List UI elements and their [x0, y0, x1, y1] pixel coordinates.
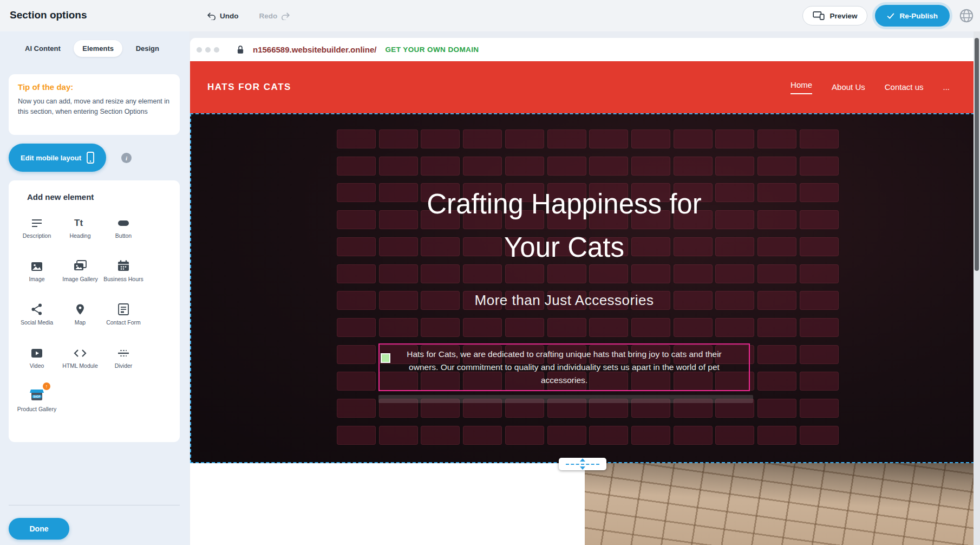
- preview-button[interactable]: Preview: [802, 6, 867, 25]
- description-icon: [30, 214, 43, 229]
- site-logo[interactable]: HATS FOR CATS: [207, 82, 291, 93]
- page-title: Section options: [10, 9, 87, 21]
- globe-icon: [958, 8, 975, 24]
- image-gallery-icon: [73, 257, 87, 272]
- image-icon: [30, 257, 43, 272]
- hero-heading[interactable]: Crafting Happiness for Your Cats: [337, 183, 792, 269]
- element-social-media[interactable]: Social Media: [15, 301, 58, 337]
- element-image-gallery[interactable]: Image Gallery: [58, 257, 102, 294]
- arrow-up-icon: [580, 458, 585, 462]
- element-label: Video: [30, 362, 44, 370]
- element-image[interactable]: Image: [15, 257, 58, 294]
- phone-icon: [87, 152, 94, 164]
- element-html-module[interactable]: HTML Module: [58, 344, 102, 380]
- info-icon[interactable]: i: [121, 153, 132, 163]
- hero-heading-line2: Your Cats: [337, 226, 792, 269]
- svg-text:Tt: Tt: [74, 218, 83, 228]
- element-product-gallery[interactable]: SHOP ↑ Product Gallery: [15, 387, 58, 424]
- window-dot: [197, 47, 202, 53]
- devices-icon: [813, 11, 825, 20]
- nav-more[interactable]: ...: [943, 82, 950, 93]
- topbar-actions: Preview Re-Publish: [802, 0, 976, 31]
- window-dot: [205, 47, 211, 53]
- undo-redo-group: Undo Redo: [207, 0, 290, 31]
- window-dot: [214, 47, 219, 53]
- svg-text:SHOP: SHOP: [33, 395, 40, 398]
- element-label: HTML Module: [62, 362, 98, 370]
- heading-icon: Tt: [73, 214, 87, 229]
- dashed-line: [566, 464, 599, 465]
- redo-button[interactable]: Redo: [259, 12, 291, 20]
- nav-contact-us[interactable]: Contact us: [885, 82, 924, 93]
- element-map[interactable]: Map: [58, 301, 102, 337]
- nav-home[interactable]: Home: [790, 80, 812, 94]
- tip-title: Tip of the day:: [18, 82, 171, 92]
- section-resize-handle[interactable]: [559, 458, 606, 470]
- element-label: Contact Form: [106, 319, 141, 327]
- preview-label: Preview: [829, 12, 857, 20]
- social-media-icon: [30, 301, 43, 316]
- divider-icon: [117, 344, 130, 359]
- app: Section options Undo Redo Preview: [0, 0, 980, 545]
- language-globe-button[interactable]: [957, 7, 976, 25]
- tip-card: Tip of the day: Now you can add, move an…: [9, 74, 180, 135]
- element-contact-form[interactable]: Contact Form: [102, 301, 145, 337]
- contact-form-icon: [117, 301, 129, 316]
- redo-label: Redo: [259, 12, 278, 20]
- element-divider[interactable]: Divider: [102, 344, 145, 380]
- business-hours-icon: [117, 257, 130, 272]
- browser-bar: n1566589.websitebuilder.online/ GET YOUR…: [190, 38, 980, 61]
- undo-label: Undo: [220, 12, 239, 20]
- undo-icon: [207, 12, 216, 20]
- republish-label: Re-Publish: [899, 12, 938, 20]
- scrollbar-thumb[interactable]: [975, 38, 979, 271]
- topbar: Section options Undo Redo Preview: [0, 0, 980, 31]
- tab-ai-content[interactable]: AI Content: [16, 40, 69, 57]
- edit-mobile-layout-button[interactable]: Edit mobile layout: [9, 144, 106, 172]
- undo-button[interactable]: Undo: [207, 12, 239, 20]
- scrollbar: [974, 31, 980, 545]
- mobile-layout-row: Edit mobile layout i: [9, 144, 180, 172]
- site-nav: Home About Us Contact us ...: [790, 61, 950, 113]
- tab-design[interactable]: Design: [127, 40, 168, 57]
- element-label: Product Gallery: [17, 406, 56, 413]
- arrow-down-icon: [580, 466, 585, 470]
- button-icon: [117, 214, 130, 229]
- done-button[interactable]: Done: [9, 518, 69, 540]
- html-module-icon: [73, 344, 87, 359]
- element-description[interactable]: Description: [15, 214, 58, 250]
- hero-section[interactable]: Crafting Happiness for Your Cats More th…: [190, 113, 980, 463]
- shop-badge: ↑: [43, 382, 50, 390]
- element-label: Button: [115, 232, 132, 240]
- add-element-card: Add new element Description Tt Heading: [9, 180, 180, 442]
- hero-subheading[interactable]: More than Just Accessories: [337, 292, 792, 309]
- get-domain-link[interactable]: GET YOUR OWN DOMAIN: [385, 46, 479, 54]
- product-gallery-icon: SHOP ↑: [29, 387, 45, 403]
- selected-text-element[interactable]: Hats for Cats, we are dedicated to craft…: [378, 343, 750, 391]
- tab-elements[interactable]: Elements: [74, 40, 122, 57]
- hero-body-text: Hats for Cats, we are dedicated to craft…: [393, 348, 736, 387]
- video-icon: [30, 344, 43, 359]
- republish-button[interactable]: Re-Publish: [875, 5, 950, 27]
- element-label: Image: [29, 276, 44, 283]
- element-video[interactable]: Video: [15, 344, 58, 380]
- sidebar-tabs: AI Content Elements Design: [16, 39, 168, 57]
- element-label: Business Hours: [103, 276, 143, 283]
- edit-mobile-layout-label: Edit mobile layout: [21, 154, 81, 162]
- lock-icon: [237, 45, 244, 54]
- element-label: Divider: [115, 362, 133, 370]
- sidebar-divider: [9, 505, 180, 505]
- next-section: [190, 463, 980, 545]
- add-element-title: Add new element: [27, 192, 94, 202]
- element-hover-strip: [378, 395, 753, 403]
- element-business-hours[interactable]: Business Hours: [102, 257, 145, 294]
- element-button[interactable]: Button: [102, 214, 145, 250]
- element-grid: Description Tt Heading Button: [15, 214, 145, 424]
- resize-handle-left[interactable]: [381, 353, 390, 363]
- element-heading[interactable]: Tt Heading: [58, 214, 102, 250]
- site-header: HATS FOR CATS Home About Us Contact us .…: [190, 61, 980, 113]
- element-label: Map: [75, 319, 86, 327]
- nav-about-us[interactable]: About Us: [832, 82, 865, 93]
- element-label: Social Media: [21, 319, 53, 327]
- sidebar: AI Content Elements Design Tip of the da…: [0, 31, 190, 545]
